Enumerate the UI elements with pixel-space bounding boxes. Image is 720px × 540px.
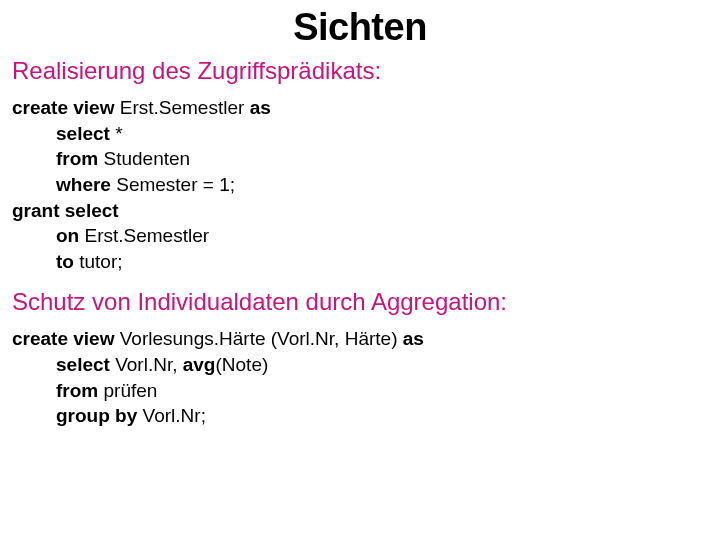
code-line: from Studenten	[12, 146, 708, 172]
code-text: Semester = 1;	[116, 174, 235, 195]
keyword: create view	[12, 97, 120, 118]
keyword: from	[56, 148, 104, 169]
keyword: avg	[183, 354, 216, 375]
code-block-1: create view Erst.Semestler as select * f…	[12, 95, 708, 274]
code-text: (Note)	[215, 354, 268, 375]
code-text: Erst.Semestler	[120, 97, 250, 118]
code-text: *	[115, 123, 122, 144]
keyword: select	[56, 123, 115, 144]
code-line: create view Vorlesungs.Härte (Vorl.Nr, H…	[12, 326, 708, 352]
keyword: as	[403, 328, 424, 349]
code-line: select Vorl.Nr, avg(Note)	[12, 352, 708, 378]
code-line: on Erst.Semestler	[12, 223, 708, 249]
code-line: create view Erst.Semestler as	[12, 95, 708, 121]
code-text: Vorl.Nr,	[115, 354, 183, 375]
keyword: group by	[56, 405, 143, 426]
code-line: group by Vorl.Nr;	[12, 403, 708, 429]
code-line: grant select	[12, 198, 708, 224]
code-line: where Semester = 1;	[12, 172, 708, 198]
section-heading-2: Schutz von Individualdaten durch Aggrega…	[12, 288, 708, 316]
keyword: select	[56, 354, 115, 375]
code-text: tutor;	[79, 251, 122, 272]
code-text: Vorl.Nr;	[143, 405, 206, 426]
keyword: to	[56, 251, 79, 272]
code-line: from prüfen	[12, 378, 708, 404]
code-line: to tutor;	[12, 249, 708, 275]
section-heading-1: Realisierung des Zugriffsprädikats:	[12, 57, 708, 85]
slide: Sichten Realisierung des Zugriffsprädika…	[0, 0, 720, 455]
slide-title: Sichten	[12, 6, 708, 49]
keyword: as	[250, 97, 271, 118]
keyword: create view	[12, 328, 120, 349]
keyword: from	[56, 380, 104, 401]
keyword: grant select	[12, 200, 119, 221]
keyword: on	[56, 225, 85, 246]
code-text: Studenten	[104, 148, 191, 169]
code-line: select *	[12, 121, 708, 147]
keyword: where	[56, 174, 116, 195]
code-text: Vorlesungs.Härte (Vorl.Nr, Härte)	[120, 328, 403, 349]
code-text: prüfen	[104, 380, 158, 401]
code-block-2: create view Vorlesungs.Härte (Vorl.Nr, H…	[12, 326, 708, 429]
code-text: Erst.Semestler	[85, 225, 210, 246]
